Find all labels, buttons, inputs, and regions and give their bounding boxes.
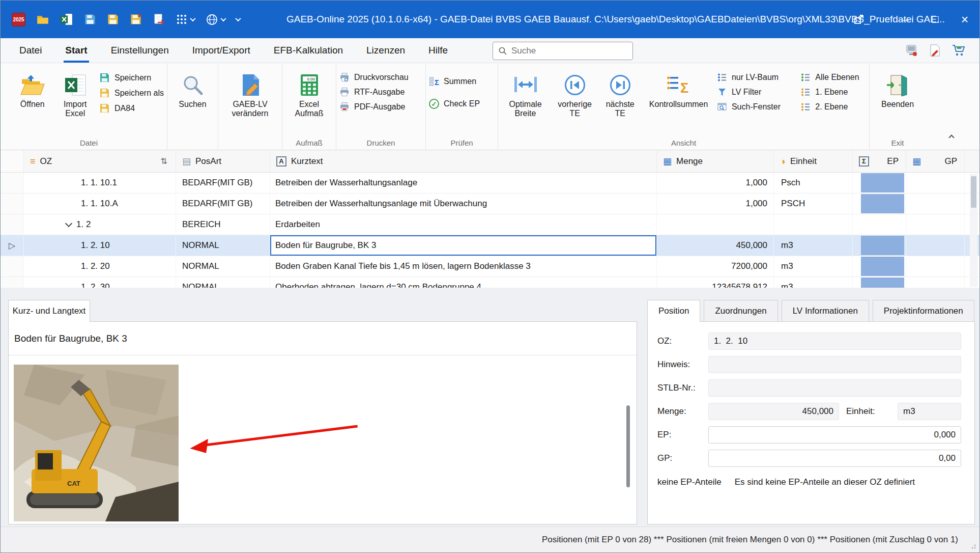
speichern-als-button[interactable]: Speichern als [99, 88, 164, 98]
such-fenster-button[interactable]: Such-Fenster [717, 102, 797, 112]
gp-cell [906, 214, 965, 235]
tab-import-export[interactable]: Import/Export [181, 38, 262, 63]
tabs-scroll-left-button[interactable]: ‹ [978, 303, 980, 319]
document-edit-icon[interactable] [929, 44, 941, 57]
kurztext-cell-focused[interactable]: Boden für Baugrube, BK 3 [270, 235, 657, 256]
oeffnen-button[interactable]: Öffnen [14, 68, 51, 109]
apps-grid-icon[interactable] [176, 13, 195, 25]
naechste-te-button[interactable]: nächste TE [600, 68, 640, 118]
column-header-ep[interactable]: Σ EP [853, 150, 906, 172]
nur-lv-baum-button[interactable]: nur LV-Baum [717, 72, 797, 82]
tab-hilfe[interactable]: Hilfe [417, 38, 459, 63]
rtf-ausgabe-button[interactable]: RTF-Ausgabe [339, 87, 409, 97]
header-filler [965, 150, 979, 172]
ep-anteile-label: keine EP-Anteile [657, 477, 722, 487]
column-header-kurztext[interactable]: A Kurztext [270, 150, 657, 172]
open-folder-icon[interactable] [36, 13, 49, 26]
excel-aufmass-button[interactable]: 0.00 Excel Aufmaß [285, 68, 333, 118]
export-icon[interactable] [153, 13, 165, 25]
sort-icon[interactable]: ⇅ [161, 156, 167, 166]
save-icon[interactable] [84, 13, 96, 25]
ep-field[interactable] [708, 426, 961, 444]
check-ep-button[interactable]: ✓ Check EP [429, 99, 480, 109]
beenden-button[interactable]: Beenden [873, 68, 922, 109]
popout-button[interactable] [844, 1, 874, 38]
alle-ebenen-button[interactable]: Alle Ebenen [800, 72, 866, 82]
tab-lv-informationen[interactable]: LV Informationen [782, 300, 869, 322]
tab-lizenzen[interactable]: Lizenzen [355, 38, 417, 63]
menge-field[interactable] [708, 403, 839, 420]
scrollbar-thumb[interactable] [626, 405, 630, 487]
kontrollsummen-button[interactable]: Σ Kontrollsummen [643, 68, 714, 109]
web-menu-icon[interactable] [206, 13, 225, 26]
tab-efb-kalkulation[interactable]: EFB-Kalkulation [262, 38, 355, 63]
remote-access-icon[interactable] [905, 44, 917, 57]
table-row[interactable]: 1. 1. 10.A BEDARF(MIT GB) Betreiben der … [1, 193, 979, 214]
kurztext-cell: Oberboden abtragen, lagern d=30 cm Boden… [270, 277, 657, 288]
tab-datei[interactable]: Datei [8, 38, 53, 63]
vorherige-te-button[interactable]: vorherige TE [553, 68, 597, 118]
import-excel-button[interactable]: Import Excel [53, 68, 97, 118]
einheit-field[interactable] [898, 403, 961, 420]
da84-button[interactable]: DA84 [99, 103, 164, 114]
column-header-menge[interactable]: ▦ Menge [657, 150, 774, 172]
ebene-1-button[interactable]: 1. Ebene [800, 87, 866, 97]
table-scrollbar[interactable] [970, 174, 977, 287]
maximize-button[interactable]: □ [920, 1, 950, 38]
column-header-gp[interactable]: ▦ GP [906, 150, 965, 172]
oz-cell: 1. 2. 10 [24, 235, 176, 256]
oz-label: OZ: [657, 336, 708, 346]
status-text: Positionen (mit EP 0 von 28) *** Positio… [542, 527, 958, 552]
header-gutter [1, 150, 24, 172]
table-row[interactable]: 1. 1. 10.1 BEDARF(MIT GB) Betreiben der … [1, 173, 979, 193]
menge-cell: 450,000 [657, 235, 774, 256]
lv-filter-button[interactable]: LV Filter [717, 87, 797, 97]
tab-position[interactable]: Position [647, 300, 700, 322]
table-row-selected[interactable]: ▷ 1. 2. 10 NORMAL Boden für Baugrube, BK… [1, 235, 979, 256]
qat-customize-icon[interactable] [236, 17, 240, 21]
table-row-bereich[interactable]: 1. 2 BEREICH Erdarbeiten [1, 214, 979, 235]
table-row[interactable]: 1. 2. 20 NORMAL Boden Graben Kanal Tiefe… [1, 256, 979, 277]
row-gutter [1, 256, 24, 276]
resize-grip[interactable] [969, 542, 976, 549]
excel-import-icon[interactable] [60, 13, 73, 26]
optimale-breite-button[interactable]: Optimale Breite [501, 68, 550, 118]
column-header-oz[interactable]: ≡ OZ ⇅ [24, 150, 176, 172]
tab-zuordnungen[interactable]: Zuordnungen [704, 300, 777, 322]
close-button[interactable]: × [950, 1, 979, 38]
tab-kurz-und-langtext[interactable]: Kurz- und Langtext [8, 300, 90, 322]
save-da84-icon[interactable] [130, 13, 142, 25]
tab-einstellungen[interactable]: Einstellungen [99, 38, 181, 63]
gp-field[interactable] [708, 450, 961, 467]
speichern-button[interactable]: Speichern [99, 72, 164, 83]
column-header-posart[interactable]: ▤ PosArt [176, 150, 270, 172]
suchen-button[interactable]: Suchen [170, 68, 215, 109]
stlb-nr-field[interactable] [708, 379, 961, 397]
langtext-scrollbar[interactable] [626, 373, 630, 510]
search-box[interactable] [493, 42, 633, 60]
table-row-clipped[interactable]: 1. 2. 30 NORMAL Oberboden abtragen, lage… [1, 277, 979, 288]
save-as-icon[interactable] [107, 13, 119, 25]
search-window-icon [717, 102, 727, 112]
druckvorschau-button[interactable]: Druckvorschau [339, 72, 409, 82]
column-header-einheit[interactable]: ◑ Einheit [774, 150, 853, 172]
tab-projektinformationen[interactable]: Projektinformationen [873, 300, 974, 322]
ep-cell [853, 214, 906, 235]
menge-cell: 1,000 [657, 173, 774, 193]
minimize-button[interactable]: – [891, 1, 920, 38]
gaeb-lv-veraendern-button[interactable]: GAEB-LV verändern [222, 68, 279, 118]
collapse-chevron-icon[interactable] [65, 219, 72, 227]
oz-field[interactable] [708, 333, 961, 350]
summen-button[interactable]: Σ Summen [429, 76, 480, 87]
search-input[interactable] [511, 46, 627, 56]
group-label-aufmass: Aufmaß [282, 139, 336, 147]
gp-cell [906, 173, 965, 193]
hinweis-field[interactable] [708, 356, 961, 373]
scrollbar-thumb[interactable] [971, 176, 976, 208]
pdf-ausgabe-button[interactable]: PDF-Ausgabe [339, 102, 409, 112]
shop-cart-icon[interactable] [952, 44, 965, 57]
ribbon-collapse-button[interactable] [945, 132, 958, 143]
ebene-2-button[interactable]: 2. Ebene [800, 102, 866, 112]
tab-start[interactable]: Start [53, 38, 99, 63]
app-logo-icon[interactable]: 2025 [12, 13, 25, 26]
